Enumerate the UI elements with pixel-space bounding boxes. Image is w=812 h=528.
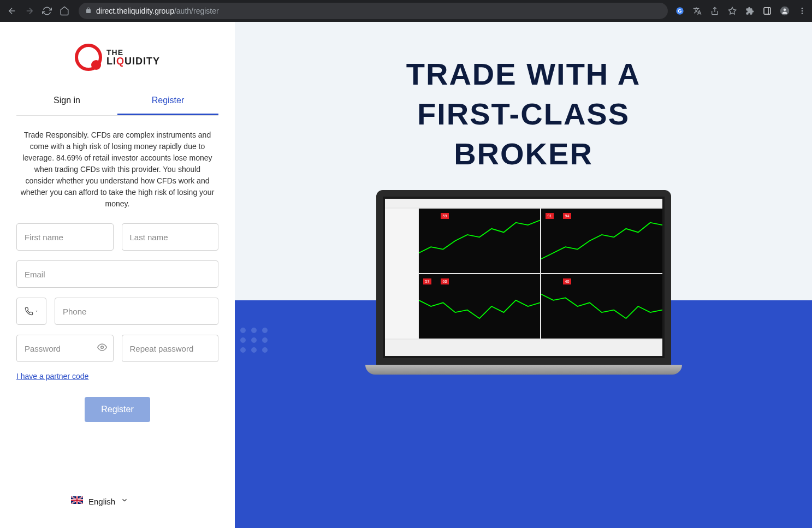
svg-point-9 [100,346,103,349]
language-label: English [88,497,115,506]
address-bar[interactable]: direct.theliquidity.group/auth/register [79,3,668,19]
toggle-password-icon[interactable] [97,342,107,354]
repeat-password-field[interactable] [122,335,219,362]
menu-icon[interactable] [797,5,808,16]
chevron-down-icon [121,496,128,506]
hero-heading: TRADE WITH A FIRST-CLASS BROKER [406,55,641,174]
flag-icon [71,496,83,506]
panel-icon[interactable] [762,5,773,16]
register-button[interactable]: Register [85,397,150,422]
hero-panel: TRADE WITH A FIRST-CLASS BROKER 5859 919… [235,22,812,528]
translate-icon[interactable] [692,5,703,16]
share-icon[interactable] [709,5,720,16]
home-button[interactable] [57,3,72,19]
tab-signin[interactable]: Sign in [16,87,117,115]
profile-icon[interactable] [779,5,790,16]
page-content: THE LIQUIDITY Sign in Register Trade Res… [0,22,812,528]
svg-point-7 [802,10,803,12]
svg-point-5 [784,9,786,11]
phone-field[interactable] [55,298,218,325]
svg-point-6 [802,8,803,9]
svg-rect-2 [764,8,770,14]
reload-button[interactable] [39,3,55,19]
logo-mark [75,44,102,71]
phone-icon [25,307,33,316]
partner-code-link[interactable]: I have a partner code [16,372,218,381]
last-name-field[interactable] [122,223,219,251]
first-name-field[interactable] [16,223,114,251]
back-button[interactable] [4,3,20,19]
phone-country-selector[interactable] [16,298,46,325]
laptop-graphic: 5859 9194 5760 3640 [376,190,671,375]
google-icon[interactable]: G [674,5,685,16]
language-selector[interactable]: English [71,485,218,517]
extensions-icon[interactable] [744,5,755,16]
browser-toolbar: direct.theliquidity.group/auth/register … [0,0,812,22]
bookmark-icon[interactable] [727,5,738,16]
logo-text: THE LIQUIDITY [106,49,160,66]
decorative-dots [240,328,269,353]
svg-point-8 [802,13,803,14]
auth-panel: THE LIQUIDITY Sign in Register Trade Res… [0,22,235,528]
chevron-down-icon [34,309,39,313]
lock-icon [85,7,92,15]
tab-register[interactable]: Register [117,87,218,115]
toolbar-right: G [674,5,808,16]
risk-disclaimer: Trade Responsibly. CFDs are complex inst… [16,129,218,210]
email-field[interactable] [16,260,218,288]
forward-button[interactable] [22,3,37,19]
svg-text:G: G [678,8,681,14]
url-text: direct.theliquidity.group/auth/register [96,7,219,15]
logo: THE LIQUIDITY [75,44,160,71]
auth-tabs: Sign in Register [16,87,218,116]
